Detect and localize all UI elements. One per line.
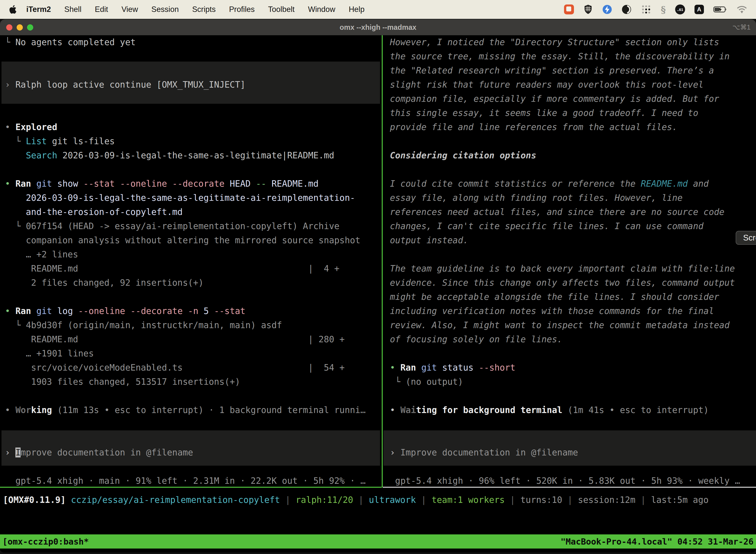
right-pane-rows: However, I noticed the "Directory Struct… [383,35,756,488]
terminal-row [383,346,756,361]
terminal-row: › Ralph loop active continue [OMX_TMUX_I… [0,78,382,92]
menu-item-shell[interactable]: Shell [58,5,88,14]
tmux-pane-right[interactable]: However, I noticed the "Directory Struct… [383,35,756,488]
terminal-row [383,247,756,262]
terminal-row [0,92,382,106]
wifi-icon[interactable] [737,5,747,13]
omx-status-line: [OMX#0.11.9] cczip/essay/ai-reimplementa… [3,493,756,507]
pane-divider[interactable] [382,35,383,487]
terminal-row: └ 067f154 (HEAD -> essay/ai-reimplementa… [0,219,382,233]
terminal-row: › Improve documentation in @filename [0,446,382,460]
terminal-row: gpt-5.4 xhigh · main · 91% left · 2.31M … [0,474,382,488]
window-title-bar[interactable]: omx --xhigh --madmax ⌥⌘1 [0,19,756,35]
terminal-row: essay file, along with finding root file… [383,191,756,205]
terminal-row: I could cite commit statistics or refere… [383,177,756,191]
terminal-row: … +1901 lines [0,346,382,361]
terminal-row: gpt-5.4 xhigh · 96% left · 520K in · 5.8… [383,474,756,488]
menu-item-window[interactable]: Window [301,5,342,14]
left-pane-rows: └ No agents completed yet› Ralph loop ac… [0,35,382,488]
terminal-row: this single essay, it seems like a good … [383,106,756,120]
terminal-row: 2 files changed, 92 insertions(+) [0,276,382,290]
menu-item-help[interactable]: Help [342,5,371,14]
menu-bar-status-icons: § ..61 A [564,4,747,15]
terminal-row: └ (no output) [383,375,756,389]
terminal-row: of focusing solely on file lines. [383,332,756,346]
menu-items: iTerm2ShellEditViewSessionScriptsProfile… [21,5,371,14]
tmux-pane-left[interactable]: └ No agents completed yet› Ralph loop ac… [0,35,382,488]
terminal-row [0,417,382,431]
tmux-status-bar: [omx-cczip0:bash* "MacBook-Pro-44.local"… [0,535,756,549]
terminal-row [0,389,382,403]
terminal-row: 1903 files changed, 513517 insertions(+) [0,375,382,389]
terminal-row [383,417,756,431]
terminal-row [383,163,756,177]
terminal-row: including verification notes with those … [383,304,756,318]
badge-61-label: ..61 [677,7,683,12]
terminal-row [383,431,756,446]
terminal-row: changes, I can't cite specific file line… [383,219,756,233]
terminal-row [383,134,756,149]
pie-crescent-icon[interactable] [622,4,631,14]
terminal-row: Search 2026-03-09-is-legal-the-same-as-l… [0,149,382,163]
terminal-row: companion analysis without altering the … [0,233,382,247]
terminal-row: and-the-erosion-of-copyleft.md [0,205,382,219]
terminal-row: [OMX#0.11.9] cczip/essay/ai-reimplementa… [3,493,756,507]
terminal-row: review. Also, I might want to inspect th… [383,318,756,332]
iterm2-window: omx --xhigh --madmax ⌥⌘1 └ No agents com… [0,19,756,553]
terminal-area: └ No agents completed yet› Ralph loop ac… [0,35,756,553]
snake-glyph-icon[interactable]: § [661,4,666,15]
pane-bottom-border-active [0,487,382,488]
terminal-row: the "Related research writing" section i… [383,63,756,78]
terminal-row: evidence. Since this change only affects… [383,276,756,290]
menu-item-profiles[interactable]: Profiles [222,5,261,14]
terminal-row: the source tree, missing the essay. Stil… [383,49,756,63]
terminal-row: src/voice/voiceModeEnabled.ts | 54 + [0,361,382,375]
dots-grid-icon[interactable] [641,4,651,15]
tmux-session-label: [omx-cczip0:bash* [2,537,89,547]
terminal-row: └ List git ls-files [0,134,382,149]
menu-item-view[interactable]: View [115,5,145,14]
terminal-row: README.md | 4 + [0,262,382,276]
terminal-row [383,460,756,474]
terminal-row [0,460,382,474]
menu-item-session[interactable]: Session [145,5,185,14]
tmux-host-clock-label: "MacBook-Pro-44.local" 04:52 31-Mar-26 [561,537,754,547]
terminal-row: references need actual files, and since … [383,205,756,219]
input-source-label: A [697,6,701,13]
terminal-row: • Ran git log --oneline --decorate -n 5 … [0,304,382,318]
terminal-row: • Ran git show --stat --oneline --decora… [0,177,382,191]
terminal-row [0,431,382,446]
chat-app-icon[interactable] [564,4,574,14]
lightning-badge-icon[interactable] [602,4,612,14]
terminal-row: • Waiting for background terminal (1m 41… [383,403,756,417]
terminal-row: slight risk that future readers may over… [383,78,756,92]
menu-item-toolbelt[interactable]: Toolbelt [261,5,301,14]
terminal-row: output instead. [383,233,756,247]
terminal-row: provide file and line references from th… [383,120,756,134]
terminal-row: README.md | 280 + [0,332,382,346]
screen-edge-tooltip: Scre [736,231,756,245]
apple-menu-icon[interactable] [9,4,17,14]
terminal-row [0,49,382,63]
input-source-icon[interactable]: A [694,5,704,14]
menu-item-iterm2[interactable]: iTerm2 [21,5,58,14]
terminal-row: companion file, especially if more comme… [383,92,756,106]
terminal-row: • Working (11m 13s • esc to interrupt) ·… [0,403,382,417]
terminal-row: However, I noticed the "Directory Struct… [383,35,756,49]
terminal-row [0,106,382,120]
battery-icon[interactable] [713,6,727,13]
terminal-row [0,163,382,177]
screen: { "menu_bar": { "items": ["iTerm2", "She… [0,0,756,554]
menu-item-edit[interactable]: Edit [88,5,115,14]
window-title: omx --xhigh --madmax [0,23,756,32]
window-shortcut-badge: ⌥⌘1 [733,23,751,31]
terminal-row: └ 4b9d30f (origin/main, instructkr/main,… [0,318,382,332]
pane-bottom-border-inactive [383,487,756,488]
menu-item-scripts[interactable]: Scripts [186,5,223,14]
terminal-row: Considering citation options [383,149,756,163]
shield-icon[interactable] [583,4,593,15]
terminal-row: 2026-03-09-is-legal-the-same-as-legitima… [0,191,382,205]
terminal-row: … +2 lines [0,247,382,262]
terminal-row [383,389,756,403]
percent-badge-icon[interactable]: ..61 [675,4,685,14]
